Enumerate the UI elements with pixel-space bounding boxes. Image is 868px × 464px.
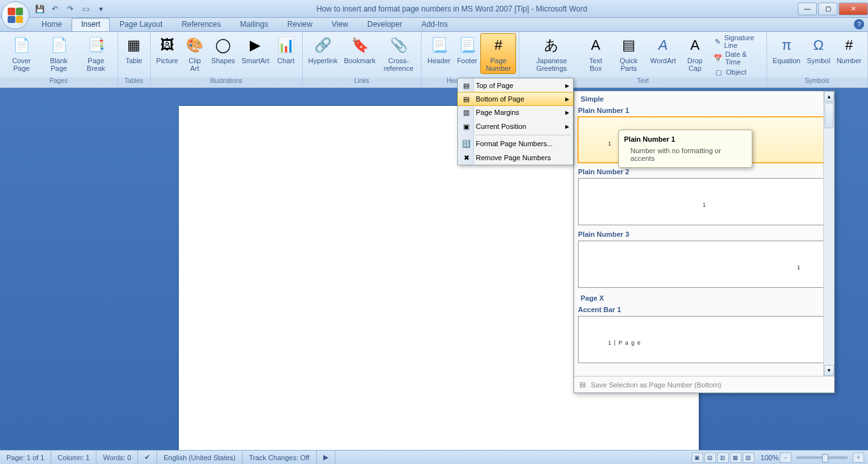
gallery-footer[interactable]: ▤ Save Selection as Page Number (Bottom)	[574, 376, 834, 393]
scroll-up-icon[interactable]: ▲	[824, 91, 834, 102]
tab-page-layout[interactable]: Page Layout	[110, 18, 172, 31]
maximize-button[interactable]: ▢	[818, 3, 837, 15]
crossref-icon: 📎	[388, 35, 409, 56]
footer-button[interactable]: 📃Footer	[453, 33, 480, 66]
view-full-screen-icon[interactable]: ▤	[704, 453, 716, 463]
scroll-down-icon[interactable]: ▼	[824, 365, 834, 376]
top-page-icon: ▤	[461, 80, 472, 91]
blank-page-button[interactable]: 📄Blank Page	[40, 33, 77, 74]
menu-bottom-of-page[interactable]: ▤Bottom of Page▶	[457, 92, 574, 106]
page-break-icon: 📑	[86, 35, 106, 56]
tab-insert[interactable]: Insert	[72, 18, 110, 31]
preview-number: 1	[703, 202, 706, 208]
tab-view[interactable]: View	[322, 18, 358, 31]
object-icon: ▢	[713, 67, 724, 77]
chart-icon: 📊	[276, 35, 296, 56]
tooltip: Plain Number 1 Number with no formatting…	[618, 130, 752, 168]
gallery-item-accent-bar-1[interactable]: 1 | P a g e	[578, 316, 830, 363]
signature-icon: ✎	[713, 36, 722, 47]
chart-button[interactable]: 📊Chart	[273, 33, 300, 66]
tab-developer[interactable]: Developer	[358, 18, 412, 31]
bottom-page-icon: ▤	[461, 93, 472, 105]
print-icon[interactable]: ▭	[79, 3, 92, 15]
status-words[interactable]: Words: 0	[96, 451, 138, 464]
view-web-icon[interactable]: ▥	[717, 453, 729, 463]
view-draft-icon[interactable]: ▧	[743, 453, 754, 463]
status-column[interactable]: Column: 1	[51, 451, 96, 464]
undo-icon[interactable]: ↶	[49, 3, 61, 15]
window-title: How to insert and format page numbers in…	[107, 4, 796, 13]
view-outline-icon[interactable]: ▦	[730, 453, 742, 463]
tab-addins[interactable]: Add-Ins	[412, 18, 457, 31]
object-button[interactable]: ▢Object	[711, 66, 764, 78]
shapes-button[interactable]: ◯Shapes	[208, 33, 238, 66]
close-button[interactable]: ✕	[839, 3, 868, 15]
zoom-out-button[interactable]: −	[780, 453, 791, 463]
menu-page-margins[interactable]: ▥Page Margins▶	[458, 105, 573, 119]
cover-page-icon: 📄	[11, 35, 32, 56]
group-tables-label: Tables	[118, 77, 150, 87]
menu-top-of-page[interactable]: ▤Top of Page▶	[458, 79, 573, 93]
header-icon: 📃	[429, 35, 449, 56]
menu-current-position[interactable]: ▣Current Position▶	[458, 119, 573, 133]
margins-icon: ▥	[461, 107, 472, 118]
tab-review[interactable]: Review	[278, 18, 322, 31]
symbol-button[interactable]: ΩSymbol	[803, 33, 834, 66]
minimize-button[interactable]: —	[798, 3, 817, 15]
tab-references[interactable]: References	[172, 18, 230, 31]
zoom-slider[interactable]	[796, 456, 848, 459]
jp-greetings-button[interactable]: あJapanese Greetings	[522, 33, 581, 74]
office-button[interactable]	[1, 1, 29, 29]
status-proof-icon[interactable]: ✔	[138, 451, 157, 464]
current-icon: ▣	[461, 121, 472, 132]
view-print-layout-icon[interactable]: ▣	[692, 453, 703, 463]
number-button[interactable]: #Number	[834, 33, 865, 66]
dropcap-button[interactable]: ADrop Cap	[679, 33, 711, 74]
help-icon[interactable]: ?	[854, 19, 864, 29]
page-number-button[interactable]: #Page Number	[480, 33, 516, 74]
textbox-button[interactable]: AText Box	[581, 33, 610, 74]
bookmark-button[interactable]: 🔖Bookmark	[340, 33, 379, 66]
scroll-thumb[interactable]	[825, 103, 834, 128]
window-controls: — ▢ ✕	[796, 3, 868, 15]
save-icon[interactable]: 💾	[33, 3, 46, 15]
group-symbols-label: Symbols	[767, 77, 867, 87]
preview-accent-text: 1 | P a g e	[608, 340, 641, 346]
menu-remove-page-numbers[interactable]: ✖Remove Page Numbers	[458, 151, 573, 165]
group-links: 🔗Hyperlink 🔖Bookmark 📎Cross-reference Li…	[303, 32, 422, 87]
format-icon: 🔢	[461, 138, 472, 149]
equation-button[interactable]: πEquation	[770, 33, 803, 66]
picture-button[interactable]: 🖼Picture	[153, 33, 181, 66]
tab-mailings[interactable]: Mailings	[231, 18, 278, 31]
quickparts-button[interactable]: ▤Quick Parts	[610, 33, 647, 74]
gallery-item-plain-number-3[interactable]: 1	[578, 241, 830, 288]
page-break-button[interactable]: 📑Page Break	[77, 33, 115, 74]
status-macro-icon[interactable]: ▶	[317, 451, 335, 464]
hyperlink-button[interactable]: 🔗Hyperlink	[305, 33, 341, 66]
status-page[interactable]: Page: 1 of 1	[0, 451, 51, 464]
table-button[interactable]: ▦Table	[121, 33, 148, 66]
wordart-button[interactable]: AWordArt	[647, 33, 679, 66]
date-time-button[interactable]: 📅Date & Time	[711, 50, 764, 66]
status-bar: Page: 1 of 1 Column: 1 Words: 0 ✔ Englis…	[0, 450, 868, 464]
gallery-item-plain-number-2[interactable]: 1	[578, 178, 830, 225]
zoom-in-button[interactable]: +	[853, 453, 864, 463]
gallery-scrollbar[interactable]: ▲ ▼	[823, 91, 834, 376]
clipart-button[interactable]: 🎨Clip Art	[181, 33, 208, 74]
blank-page-icon: 📄	[49, 35, 69, 56]
crossref-button[interactable]: 📎Cross-reference	[379, 33, 418, 74]
signature-line-button[interactable]: ✎Signature Line	[711, 33, 764, 50]
jp-icon: あ	[542, 35, 562, 56]
redo-icon[interactable]: ↷	[64, 3, 77, 15]
preview-number: 1	[608, 140, 611, 147]
gallery-label-plain1: Plain Number 1	[575, 105, 833, 116]
smartart-button[interactable]: ▶SmartArt	[238, 33, 272, 66]
qat-dropdown-icon[interactable]: ▾	[95, 3, 107, 15]
zoom-level[interactable]: 100%	[761, 454, 779, 461]
menu-format-page-numbers[interactable]: 🔢Format Page Numbers...	[458, 137, 573, 151]
status-language[interactable]: English (United States)	[157, 451, 243, 464]
tab-home[interactable]: Home	[32, 18, 72, 31]
header-button[interactable]: 📃Header	[424, 33, 453, 66]
status-track-changes[interactable]: Track Changes: Off	[243, 451, 317, 464]
cover-page-button[interactable]: 📄Cover Page	[3, 33, 40, 74]
